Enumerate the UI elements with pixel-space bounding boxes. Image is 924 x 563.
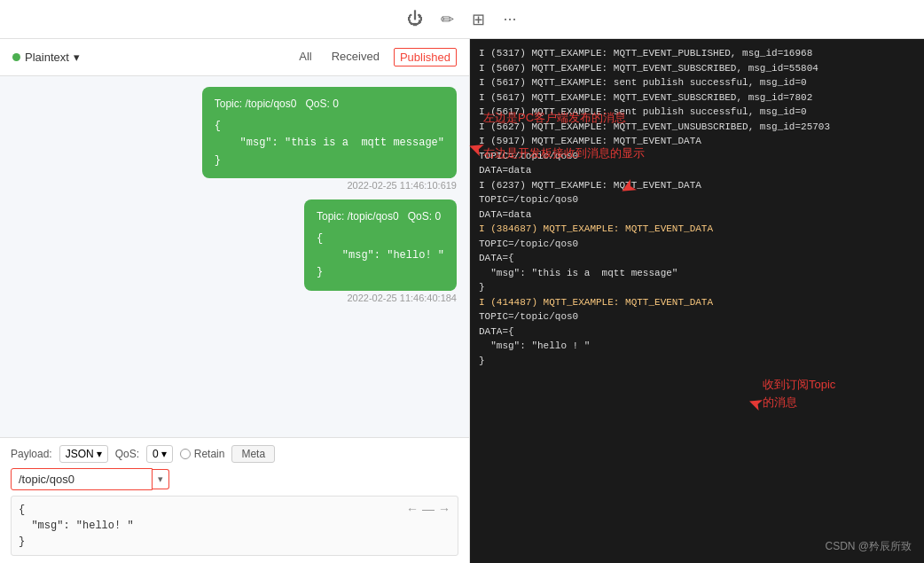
toolbar: ⏻ ✏ ⊞ ··· <box>0 0 924 39</box>
payload-minus[interactable]: — <box>422 502 435 516</box>
controls-row: Payload: JSON▾ QoS: 0▾ Retain Meta <box>11 445 458 463</box>
retain-radio-circle <box>180 449 191 459</box>
qos-label: QoS: <box>115 448 139 460</box>
terminal-line: DATA={ <box>479 251 915 266</box>
msg1-topic: Topic: /topic/qos0 QoS: 0 <box>215 96 444 113</box>
terminal-line: TOPIC=/topic/qos0 <box>479 237 915 252</box>
msg1-timestamp: 2022-02-25 11:46:10:619 <box>347 180 457 191</box>
messages-area: Topic: /topic/qos0 QoS: 0 { "msg": "this… <box>0 76 469 437</box>
terminal-line: } <box>479 280 915 295</box>
terminal-line: } <box>479 354 915 369</box>
payload-format-select[interactable]: JSON▾ <box>59 445 108 463</box>
connection-badge[interactable]: Plaintext ▾ <box>12 51 80 64</box>
tab-published[interactable]: Published <box>394 48 457 66</box>
terminal-line: I (5317) MQTT_EXAMPLE: MQTT_EVENT_PUBLIS… <box>479 46 915 61</box>
topic-input-row: ▾ <box>11 468 458 490</box>
msg2-timestamp: 2022-02-25 11:46:40:184 <box>347 293 457 303</box>
terminal-line: DATA={ <box>479 325 915 340</box>
left-panel: Plaintext ▾ All Received Published Topic… <box>0 39 470 563</box>
main-layout: Plaintext ▾ All Received Published Topic… <box>0 39 924 563</box>
terminal-line: I (5617) MQTT_EXAMPLE: sent publish succ… <box>479 75 915 90</box>
msg1-body: { "msg": "this is a mqtt message" } <box>215 118 444 169</box>
plaintext-label: Plaintext <box>25 51 69 64</box>
tab-all[interactable]: All <box>294 48 317 66</box>
edit-icon[interactable]: ✏ <box>441 10 454 29</box>
input-area: Payload: JSON▾ QoS: 0▾ Retain Meta ▾ <box>0 437 469 563</box>
payload-arrow-right[interactable]: → <box>438 502 450 516</box>
message-bubble-2: Topic: /topic/qos0 QoS: 0 { "msg": "hell… <box>304 199 457 291</box>
topic-chevron[interactable]: ▾ <box>153 469 169 489</box>
terminal-line: I (6237) MQTT_EXAMPLE: MQTT_EVENT_DATA <box>479 178 915 193</box>
terminal-line: TOPIC=/topic/qos0 <box>479 149 915 164</box>
topic-input[interactable] <box>11 468 153 490</box>
payload-actions: ← — → <box>406 502 450 516</box>
msg2-body: { "msg": "hello! " } <box>317 231 444 282</box>
filter-bar: Plaintext ▾ All Received Published <box>0 39 469 76</box>
more-icon[interactable]: ··· <box>503 10 516 28</box>
terminal-line: "msg": "hello ! " <box>479 339 915 354</box>
terminal-line: I (414487) MQTT_EXAMPLE: MQTT_EVENT_DATA <box>479 295 915 310</box>
payload-arrow-left[interactable]: ← <box>406 502 419 516</box>
payload-text[interactable]: { "msg": "hello! " } <box>12 497 458 555</box>
tab-received[interactable]: Received <box>326 48 385 66</box>
filter-tabs: All Received Published <box>294 48 457 66</box>
plaintext-chevron[interactable]: ▾ <box>74 51 80 64</box>
terminal-line: I (5607) MQTT_EXAMPLE: MQTT_EVENT_SUBSCR… <box>479 61 915 76</box>
power-icon[interactable]: ⏻ <box>407 10 423 28</box>
terminal-line: TOPIC=/topic/qos0 <box>479 192 915 207</box>
message-wrapper-1: Topic: /topic/qos0 QoS: 0 { "msg": "this… <box>12 87 457 191</box>
retain-radio[interactable]: Retain <box>180 448 225 460</box>
terminal-line: I (5617) MQTT_EXAMPLE: MQTT_EVENT_SUBSCR… <box>479 90 915 106</box>
terminal-line: DATA=data <box>479 207 915 223</box>
add-tab-icon[interactable]: ⊞ <box>472 10 485 29</box>
msg2-topic: Topic: /topic/qos0 QoS: 0 <box>317 208 444 225</box>
terminal-line: I (5617) MQTT_EXAMPLE: sent publish succ… <box>479 105 915 120</box>
status-dot <box>12 53 20 61</box>
payload-area: { "msg": "hello! " } ← — → <box>11 496 458 556</box>
retain-label: Retain <box>194 448 225 460</box>
terminal-line: "msg": "this is a mqtt message" <box>479 266 915 281</box>
terminal-line: I (384687) MQTT_EXAMPLE: MQTT_EVENT_DATA <box>479 222 915 237</box>
terminal-line: I (5917) MQTT_EXAMPLE: MQTT_EVENT_DATA <box>479 134 915 149</box>
meta-button[interactable]: Meta <box>231 445 275 463</box>
payload-label: Payload: <box>11 448 52 460</box>
right-panel: I (5317) MQTT_EXAMPLE: MQTT_EVENT_PUBLIS… <box>470 39 924 563</box>
terminal-line: TOPIC=/topic/qos0 <box>479 309 915 325</box>
message-bubble-1: Topic: /topic/qos0 QoS: 0 { "msg": "this… <box>202 87 457 178</box>
message-wrapper-2: Topic: /topic/qos0 QoS: 0 { "msg": "hell… <box>12 199 457 303</box>
qos-select[interactable]: 0▾ <box>146 445 173 463</box>
terminal-line: I (5627) MQTT_EXAMPLE: MQTT_EVENT_UNSUBS… <box>479 120 915 135</box>
terminal-line: DATA=data <box>479 163 915 178</box>
